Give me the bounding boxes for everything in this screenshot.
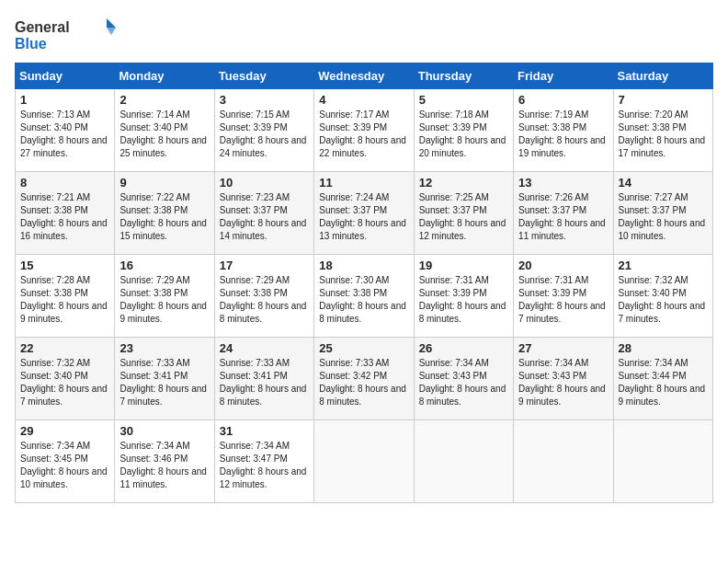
day-info: Sunrise: 7:21 AMSunset: 3:38 PMDaylight:…: [20, 192, 108, 241]
calendar-cell: 21 Sunrise: 7:32 AMSunset: 3:40 PMDaylig…: [613, 255, 712, 338]
calendar-cell: 27 Sunrise: 7:34 AMSunset: 3:43 PMDaylig…: [514, 338, 613, 420]
calendar-cell: 23 Sunrise: 7:33 AMSunset: 3:41 PMDaylig…: [115, 338, 214, 420]
svg-text:General: General: [15, 19, 70, 35]
calendar-cell: [613, 420, 712, 503]
day-info: Sunrise: 7:33 AMSunset: 3:41 PMDaylight:…: [220, 358, 307, 407]
day-info: Sunrise: 7:31 AMSunset: 3:39 PMDaylight:…: [419, 275, 506, 324]
day-number: 9: [119, 176, 209, 190]
day-number: 4: [319, 93, 408, 107]
day-info: Sunrise: 7:31 AMSunset: 3:39 PMDaylight:…: [518, 275, 606, 324]
day-info: Sunrise: 7:13 AMSunset: 3:40 PMDaylight:…: [20, 109, 108, 158]
day-info: Sunrise: 7:34 AMSunset: 3:44 PMDaylight:…: [619, 358, 706, 407]
calendar-cell: 16 Sunrise: 7:29 AMSunset: 3:38 PMDaylig…: [115, 255, 214, 338]
calendar-cell: 7 Sunrise: 7:20 AMSunset: 3:38 PMDayligh…: [613, 89, 712, 172]
calendar-cell: 31 Sunrise: 7:34 AMSunset: 3:47 PMDaylig…: [214, 420, 313, 503]
calendar-cell: 8 Sunrise: 7:21 AMSunset: 3:38 PMDayligh…: [16, 172, 115, 255]
calendar-cell: 9 Sunrise: 7:22 AMSunset: 3:38 PMDayligh…: [115, 172, 214, 255]
calendar-cell: 26 Sunrise: 7:34 AMSunset: 3:43 PMDaylig…: [414, 338, 513, 420]
day-number: 21: [619, 259, 708, 272]
calendar-cell: 18 Sunrise: 7:30 AMSunset: 3:38 PMDaylig…: [314, 255, 414, 338]
day-number: 30: [119, 424, 209, 438]
calendar-cell: 13 Sunrise: 7:26 AMSunset: 3:37 PMDaylig…: [514, 172, 613, 255]
day-number: 12: [419, 176, 508, 190]
day-number: 25: [319, 341, 408, 355]
day-info: Sunrise: 7:32 AMSunset: 3:40 PMDaylight:…: [20, 358, 108, 407]
calendar-cell: [314, 420, 414, 503]
day-number: 5: [419, 93, 508, 107]
col-header-sunday: Sunday: [16, 63, 115, 89]
day-info: Sunrise: 7:28 AMSunset: 3:38 PMDaylight:…: [20, 275, 108, 324]
calendar-cell: 1 Sunrise: 7:13 AMSunset: 3:40 PMDayligh…: [16, 89, 115, 172]
calendar-cell: 22 Sunrise: 7:32 AMSunset: 3:40 PMDaylig…: [16, 338, 115, 420]
page-header: General Blue: [15, 15, 713, 53]
logo: General Blue: [15, 15, 116, 53]
svg-marker-3: [107, 28, 116, 35]
col-header-thursday: Thursday: [414, 63, 513, 89]
col-header-tuesday: Tuesday: [214, 63, 313, 89]
calendar-cell: [514, 420, 613, 503]
day-info: Sunrise: 7:19 AMSunset: 3:38 PMDaylight:…: [518, 109, 606, 158]
day-info: Sunrise: 7:32 AMSunset: 3:40 PMDaylight:…: [619, 275, 706, 324]
day-number: 28: [619, 341, 708, 355]
day-info: Sunrise: 7:27 AMSunset: 3:37 PMDaylight:…: [619, 192, 706, 241]
calendar-cell: 24 Sunrise: 7:33 AMSunset: 3:41 PMDaylig…: [214, 338, 313, 420]
day-info: Sunrise: 7:15 AMSunset: 3:39 PMDaylight:…: [220, 109, 307, 158]
day-info: Sunrise: 7:24 AMSunset: 3:37 PMDaylight:…: [319, 192, 406, 241]
day-number: 3: [220, 93, 309, 107]
day-number: 18: [319, 259, 408, 272]
day-info: Sunrise: 7:29 AMSunset: 3:38 PMDaylight:…: [220, 275, 307, 324]
day-number: 22: [20, 341, 109, 355]
calendar-cell: 11 Sunrise: 7:24 AMSunset: 3:37 PMDaylig…: [314, 172, 414, 255]
day-info: Sunrise: 7:34 AMSunset: 3:45 PMDaylight:…: [20, 441, 108, 489]
day-info: Sunrise: 7:22 AMSunset: 3:38 PMDaylight:…: [119, 192, 207, 241]
day-info: Sunrise: 7:34 AMSunset: 3:46 PMDaylight:…: [119, 441, 207, 489]
calendar-cell: 20 Sunrise: 7:31 AMSunset: 3:39 PMDaylig…: [514, 255, 613, 338]
calendar-cell: 14 Sunrise: 7:27 AMSunset: 3:37 PMDaylig…: [613, 172, 712, 255]
col-header-friday: Friday: [514, 63, 613, 89]
day-number: 14: [619, 176, 708, 190]
calendar-cell: 29 Sunrise: 7:34 AMSunset: 3:45 PMDaylig…: [16, 420, 115, 503]
day-info: Sunrise: 7:25 AMSunset: 3:37 PMDaylight:…: [419, 192, 506, 241]
calendar-cell: 10 Sunrise: 7:23 AMSunset: 3:37 PMDaylig…: [214, 172, 313, 255]
calendar-cell: 2 Sunrise: 7:14 AMSunset: 3:40 PMDayligh…: [115, 89, 214, 172]
calendar-table: SundayMondayTuesdayWednesdayThursdayFrid…: [15, 63, 713, 503]
calendar-cell: 15 Sunrise: 7:28 AMSunset: 3:38 PMDaylig…: [16, 255, 115, 338]
calendar-cell: [414, 420, 513, 503]
day-number: 8: [20, 176, 109, 190]
day-number: 31: [220, 424, 309, 438]
calendar-cell: 28 Sunrise: 7:34 AMSunset: 3:44 PMDaylig…: [613, 338, 712, 420]
day-number: 13: [518, 176, 608, 190]
calendar-cell: 4 Sunrise: 7:17 AMSunset: 3:39 PMDayligh…: [314, 89, 414, 172]
col-header-monday: Monday: [115, 63, 214, 89]
calendar-cell: 6 Sunrise: 7:19 AMSunset: 3:38 PMDayligh…: [514, 89, 613, 172]
day-number: 2: [119, 93, 209, 107]
day-info: Sunrise: 7:18 AMSunset: 3:39 PMDaylight:…: [419, 109, 506, 158]
day-info: Sunrise: 7:34 AMSunset: 3:43 PMDaylight:…: [419, 358, 506, 407]
day-info: Sunrise: 7:33 AMSunset: 3:42 PMDaylight:…: [319, 358, 406, 407]
day-info: Sunrise: 7:34 AMSunset: 3:47 PMDaylight:…: [220, 441, 307, 489]
day-number: 24: [220, 341, 309, 355]
day-number: 1: [20, 93, 109, 107]
day-number: 23: [119, 341, 209, 355]
day-number: 11: [319, 176, 408, 190]
col-header-saturday: Saturday: [613, 63, 712, 89]
calendar-cell: 30 Sunrise: 7:34 AMSunset: 3:46 PMDaylig…: [115, 420, 214, 503]
day-info: Sunrise: 7:29 AMSunset: 3:38 PMDaylight:…: [119, 275, 207, 324]
day-number: 29: [20, 424, 109, 438]
day-number: 16: [119, 259, 209, 272]
day-info: Sunrise: 7:23 AMSunset: 3:37 PMDaylight:…: [220, 192, 307, 241]
col-header-wednesday: Wednesday: [314, 63, 414, 89]
calendar-cell: 19 Sunrise: 7:31 AMSunset: 3:39 PMDaylig…: [414, 255, 513, 338]
day-number: 7: [619, 93, 708, 107]
svg-text:Blue: Blue: [15, 36, 47, 52]
logo-svg: General Blue: [15, 15, 116, 53]
calendar-cell: 3 Sunrise: 7:15 AMSunset: 3:39 PMDayligh…: [214, 89, 313, 172]
day-number: 10: [220, 176, 309, 190]
day-info: Sunrise: 7:33 AMSunset: 3:41 PMDaylight:…: [119, 358, 207, 407]
day-number: 20: [518, 259, 608, 272]
day-number: 19: [419, 259, 508, 272]
calendar-cell: 12 Sunrise: 7:25 AMSunset: 3:37 PMDaylig…: [414, 172, 513, 255]
day-info: Sunrise: 7:34 AMSunset: 3:43 PMDaylight:…: [518, 358, 606, 407]
svg-marker-2: [107, 18, 116, 28]
calendar-cell: 5 Sunrise: 7:18 AMSunset: 3:39 PMDayligh…: [414, 89, 513, 172]
